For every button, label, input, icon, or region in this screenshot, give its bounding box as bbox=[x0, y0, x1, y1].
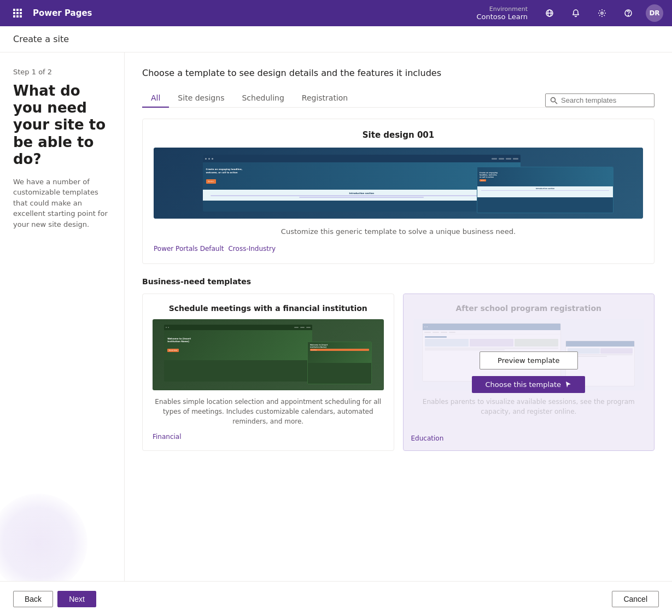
svg-rect-1 bbox=[16, 9, 19, 11]
settings-icon[interactable] bbox=[593, 4, 611, 22]
svg-line-16 bbox=[555, 102, 557, 104]
financial-card-title: Schedule meetings with a financial insti… bbox=[153, 304, 384, 313]
tab-site-designs[interactable]: Site designs bbox=[169, 89, 233, 108]
tag-power-portals[interactable]: Power Portals Default bbox=[154, 245, 224, 253]
tag-financial[interactable]: Financial bbox=[153, 433, 182, 441]
step-indicator: Step 1 of 2 bbox=[13, 68, 111, 76]
tag-cross-industry[interactable]: Cross-Industry bbox=[228, 245, 276, 253]
nav-right-group: Environment Contoso Learn bbox=[476, 4, 663, 22]
template-tabs: All Site designs Scheduling Registration bbox=[142, 89, 655, 108]
hover-overlay: Preview template Choose this template bbox=[404, 294, 655, 450]
page-title: Create a site bbox=[13, 34, 69, 44]
cursor-icon bbox=[564, 380, 572, 388]
svg-point-15 bbox=[551, 97, 556, 102]
preview-template-button[interactable]: Preview template bbox=[480, 351, 578, 369]
svg-rect-5 bbox=[20, 12, 22, 14]
tab-all[interactable]: All bbox=[142, 89, 169, 108]
notifications-icon[interactable] bbox=[567, 4, 585, 22]
search-input[interactable] bbox=[561, 96, 648, 104]
main-layout: Step 1 of 2 What do you need your site t… bbox=[0, 52, 672, 581]
svg-rect-3 bbox=[13, 12, 15, 14]
svg-rect-4 bbox=[16, 12, 19, 14]
financial-card-desc: Enables simple location selection and ap… bbox=[153, 397, 384, 426]
environment-label: Environment bbox=[489, 5, 528, 13]
afterschool-card[interactable]: After school program registration bbox=[403, 294, 655, 451]
svg-rect-0 bbox=[13, 9, 15, 11]
tab-registration[interactable]: Registration bbox=[293, 89, 357, 108]
top-navigation: Power Pages Environment Contoso Learn bbox=[0, 0, 672, 26]
search-box[interactable] bbox=[545, 93, 655, 107]
back-button[interactable]: Back bbox=[13, 591, 53, 607]
site-design-card-tags: Power Portals Default Cross-Industry bbox=[154, 245, 643, 253]
content-area: Choose a template to see design details … bbox=[125, 52, 672, 581]
financial-card[interactable]: Schedule meetings with a financial insti… bbox=[142, 294, 394, 451]
biz-cards-row: Schedule meetings with a financial insti… bbox=[142, 294, 655, 451]
site-design-card-title: Site design 001 bbox=[154, 130, 643, 140]
sidebar-decoration bbox=[0, 494, 87, 581]
financial-card-image: Welcome to [InsertInstitution Name] Book… bbox=[153, 319, 384, 390]
svg-rect-7 bbox=[16, 15, 19, 17]
page-header: Create a site bbox=[0, 26, 672, 52]
cancel-button[interactable]: Cancel bbox=[612, 591, 659, 607]
app-name: Power Pages bbox=[33, 8, 92, 18]
environment-name: Contoso Learn bbox=[476, 13, 528, 21]
footer-nav-buttons: Back Next bbox=[13, 591, 96, 607]
choose-template-button[interactable]: Choose this template bbox=[472, 376, 585, 393]
financial-card-tags: Financial bbox=[153, 433, 384, 441]
tag-education[interactable]: Education bbox=[411, 435, 444, 442]
svg-rect-8 bbox=[20, 15, 22, 17]
tab-scheduling[interactable]: Scheduling bbox=[233, 89, 293, 108]
app-menu-icon[interactable] bbox=[9, 4, 26, 22]
afterschool-card-tag-row: Education bbox=[411, 432, 444, 443]
tabs-list: All Site designs Scheduling Registration bbox=[142, 89, 545, 107]
svg-rect-2 bbox=[20, 9, 22, 11]
biz-section-title: Business-need templates bbox=[142, 277, 655, 286]
sidebar: Step 1 of 2 What do you need your site t… bbox=[0, 52, 125, 581]
content-title: Choose a template to see design details … bbox=[142, 68, 655, 78]
search-icon bbox=[550, 97, 558, 104]
svg-point-14 bbox=[628, 15, 629, 16]
help-icon[interactable] bbox=[620, 4, 637, 22]
sidebar-description: We have a number of customizable templat… bbox=[13, 177, 111, 230]
choose-template-label: Choose this template bbox=[485, 380, 561, 389]
environment-icon[interactable] bbox=[541, 4, 558, 22]
svg-point-12 bbox=[601, 12, 603, 14]
sidebar-title: What do you need your site to be able to… bbox=[13, 83, 111, 168]
svg-rect-6 bbox=[13, 15, 15, 17]
site-design-card-desc: Customize this generic template to solve… bbox=[154, 226, 643, 237]
user-avatar[interactable]: DR bbox=[646, 4, 663, 22]
site-design-card: Site design 001 bbox=[142, 119, 655, 264]
site-design-card-image: Create an engaging headline,welcome, or … bbox=[154, 148, 643, 219]
environment-info: Environment Contoso Learn bbox=[476, 5, 528, 21]
next-button[interactable]: Next bbox=[57, 591, 96, 607]
footer: Back Next Cancel bbox=[0, 581, 672, 616]
